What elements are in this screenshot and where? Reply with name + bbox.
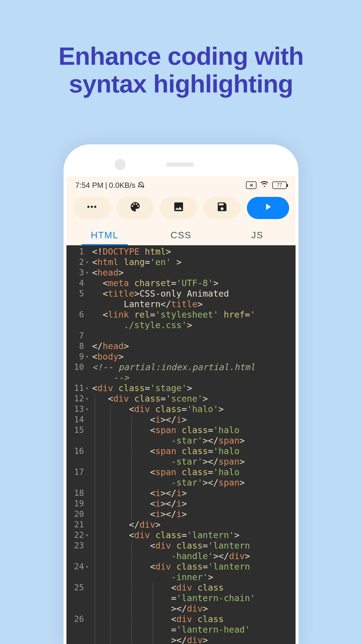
line-number: 1 [66, 246, 84, 257]
code-line[interactable]: <meta charset='UTF-8'> [92, 278, 255, 288]
code-line[interactable]: │ │ │ <div class='lantern [92, 561, 255, 572]
code-line[interactable]: │ │ │ -inner'> [92, 572, 255, 582]
mute-icon [137, 181, 145, 189]
tab-html[interactable]: HTML [66, 225, 143, 245]
code-line[interactable]: │ │ │ -star'></span> [92, 435, 255, 446]
editor-tabs: HTML CSS JS [66, 225, 296, 245]
run-button[interactable] [247, 197, 289, 219]
code-line[interactable]: <link rel='stylesheet' href=' [92, 309, 255, 320]
code-line[interactable]: --> [92, 372, 255, 383]
code-line[interactable]: │ │ │ -star'></span> [92, 456, 255, 467]
code-line[interactable] [92, 330, 255, 341]
keyboard-close-icon: ✕ [246, 181, 256, 189]
code-line[interactable]: │ │ │ <i></i> [92, 498, 255, 509]
line-number: 9 [66, 351, 84, 362]
line-number [66, 603, 84, 614]
code-line[interactable]: <div class='stage'> [92, 383, 255, 393]
line-number [66, 477, 84, 488]
code-line[interactable]: │ │ │ <span class='halo [92, 446, 255, 456]
code-line[interactable]: │ │ │ │ ></div> [92, 635, 255, 644]
line-number: 8 [66, 341, 84, 351]
more-horiz-icon [86, 201, 98, 215]
palette-icon [129, 201, 141, 216]
code-line[interactable]: <title>CSS-only Animated [92, 288, 255, 299]
line-number: 23 [66, 540, 84, 551]
svg-point-1 [87, 206, 89, 208]
code-line[interactable]: Lantern</title> [92, 299, 255, 309]
code-line[interactable]: │ │ <div class='lantern'> [92, 530, 255, 540]
line-number: 5 [66, 288, 84, 299]
tab-js[interactable]: JS [219, 225, 296, 245]
image-button[interactable] [160, 197, 197, 219]
toolbar [66, 194, 296, 225]
line-number: 7 [66, 330, 84, 341]
code-editor[interactable]: 1234567891011121314151617181920212223242… [66, 245, 296, 644]
line-number [66, 635, 84, 644]
line-number: 3 [66, 267, 84, 278]
play-icon [263, 202, 273, 215]
tab-css[interactable]: CSS [143, 225, 219, 245]
status-net: 0.0KB/s [109, 181, 136, 190]
phone-screen: 7:54 PM | 0.0KB/s ✕ 77 [66, 176, 296, 644]
code-line[interactable]: <!-- partial:index.partial.html [92, 362, 255, 372]
code-line[interactable]: <head> [92, 267, 255, 278]
speaker-slot [166, 162, 194, 167]
line-number: 24 [66, 561, 84, 572]
code-line[interactable]: │ │ │ <i></i> [92, 488, 255, 498]
code-line[interactable]: │ │ │ │ <div class [92, 614, 255, 624]
code-line[interactable]: │ │ │ │ ='lantern-head' [92, 624, 255, 635]
line-number: 21 [66, 519, 84, 530]
status-time: 7:54 PM [75, 181, 103, 190]
line-number [66, 624, 84, 635]
code-line[interactable]: │ <div class='scene'> [92, 393, 255, 404]
code-line[interactable]: <!DOCTYPE html> [92, 246, 255, 257]
line-gutter: 1234567891011121314151617181920212223242… [66, 245, 87, 644]
battery-icon: 77 [272, 181, 287, 189]
line-number [66, 593, 84, 603]
line-number: 15 [66, 425, 84, 435]
line-number [66, 320, 84, 330]
line-number: 13 [66, 404, 84, 414]
svg-point-3 [94, 206, 96, 208]
code-line[interactable]: │ │ </div> [92, 519, 255, 530]
status-bar: 7:54 PM | 0.0KB/s ✕ 77 [66, 176, 296, 194]
save-icon [216, 201, 228, 215]
line-number: 11 [66, 383, 84, 393]
line-number: 17 [66, 467, 84, 477]
line-number: 26 [66, 614, 84, 624]
code-line[interactable]: │ │ │ <i></i> [92, 414, 255, 425]
line-number: 6 [66, 309, 84, 320]
marketing-headline: Enhance coding with syntax highlighting [0, 0, 362, 97]
theme-button[interactable] [116, 197, 154, 219]
code-content[interactable]: <!DOCTYPE html><html lang='en' ><head> <… [87, 245, 255, 644]
phone-frame: 7:54 PM | 0.0KB/s ✕ 77 [64, 144, 298, 644]
image-icon [173, 201, 184, 215]
line-number: 4 [66, 278, 84, 288]
code-line[interactable]: │ │ │ -handle'></div> [92, 551, 255, 561]
code-line[interactable]: │ │ │ <span class='halo [92, 425, 255, 435]
line-number [66, 299, 84, 309]
line-number: 20 [66, 509, 84, 519]
code-line[interactable]: │ │ │ │ ='lantern-chain' [92, 593, 255, 603]
save-button[interactable] [203, 197, 241, 219]
code-line[interactable]: │ │ │ │ ></div> [92, 603, 255, 614]
line-number [66, 372, 84, 383]
more-button[interactable] [73, 197, 110, 219]
code-line[interactable]: │ │ │ <div class='lantern [92, 540, 255, 551]
code-line[interactable]: │ │ │ <i></i> [92, 509, 255, 519]
line-number: 19 [66, 498, 84, 509]
code-line[interactable]: </head> [92, 341, 255, 351]
line-number: 16 [66, 446, 84, 456]
line-number: 14 [66, 414, 84, 425]
code-line[interactable]: │ │ <div class='halo'> [92, 404, 255, 414]
code-line[interactable]: │ │ │ -star'></span> [92, 477, 255, 488]
code-line[interactable]: <html lang='en' > [92, 257, 255, 267]
camera-dot [115, 159, 126, 170]
line-number [66, 572, 84, 582]
wifi-icon [260, 180, 269, 190]
code-line[interactable]: │ │ │ <span class='halo [92, 467, 255, 477]
code-line[interactable]: <body> [92, 351, 255, 362]
code-line[interactable]: ./style.css'> [92, 320, 255, 330]
line-number: 12 [66, 393, 84, 404]
code-line[interactable]: │ │ │ │ <div class [92, 582, 255, 593]
